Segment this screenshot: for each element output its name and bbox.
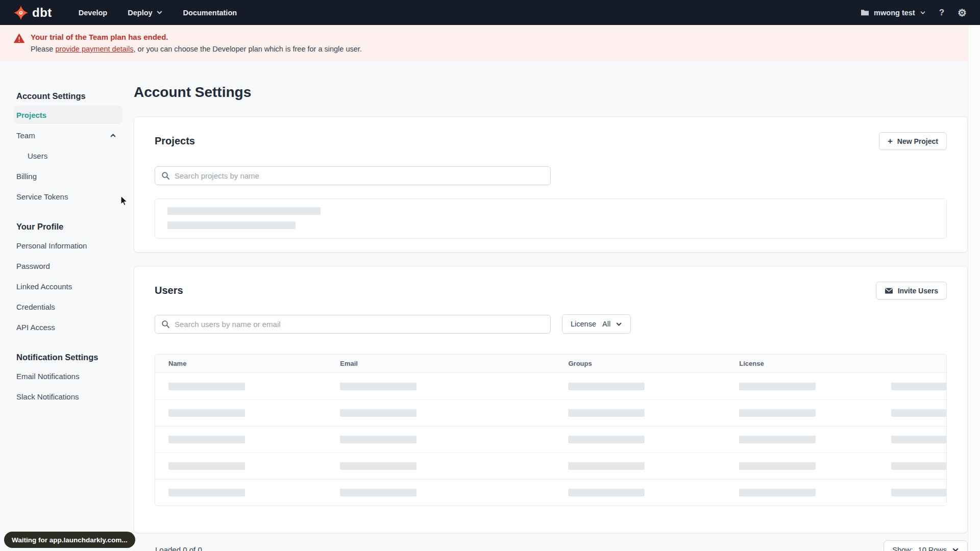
- table-cell: [155, 409, 334, 417]
- table-cell: [733, 462, 879, 470]
- table-cell: [334, 436, 562, 443]
- scrollbar-track[interactable]: [968, 25, 980, 551]
- table-cell: [562, 383, 733, 390]
- column-header-name: Name: [155, 360, 334, 367]
- sidebar-item-email-notifications[interactable]: Email Notifications: [14, 367, 122, 385]
- chevron-up-icon: [110, 132, 116, 139]
- users-table-header-row: NameEmailGroupsLicense: [155, 355, 946, 373]
- provide-payment-details-link[interactable]: provide payment details: [55, 45, 133, 53]
- show-rows-dropdown[interactable]: Show: 10 Rows: [884, 540, 968, 551]
- skeleton-bar: [891, 462, 946, 470]
- trial-banner-body: Please provide payment details, or you c…: [31, 45, 362, 53]
- sidebar-item-credentials[interactable]: Credentials: [14, 297, 122, 316]
- table-cell: [155, 383, 334, 390]
- dbt-logo-text: dbt: [32, 6, 52, 20]
- skeleton-bar: [340, 409, 416, 417]
- table-cell: [879, 409, 946, 417]
- sidebar-item-billing[interactable]: Billing: [14, 167, 122, 185]
- gear-icon[interactable]: ⚙: [958, 8, 967, 18]
- table-row: [155, 453, 946, 479]
- new-project-button[interactable]: + New Project: [879, 132, 947, 150]
- column-header-label: License: [739, 360, 764, 367]
- sidebar-section-account-settings: Account SettingsProjectsTeam UsersBillin…: [14, 88, 122, 206]
- sidebar-item-label: Team: [16, 131, 35, 140]
- table-cell: [879, 462, 946, 470]
- show-rows-value: 10 Rows: [918, 546, 947, 551]
- help-icon[interactable]: ?: [939, 8, 944, 17]
- skeleton-bar: [340, 462, 416, 470]
- column-header-license: License: [733, 360, 879, 367]
- skeleton-bar: [891, 436, 946, 443]
- new-project-label: New Project: [897, 137, 938, 145]
- table-cell: [334, 489, 562, 496]
- sidebar-item-service-tokens[interactable]: Service Tokens: [14, 187, 122, 206]
- nav-item-label: Develop: [79, 9, 107, 17]
- projects-heading: Projects: [155, 135, 195, 147]
- account-name: mwong test: [874, 9, 915, 17]
- chevron-down-icon: [156, 9, 163, 16]
- license-filter-dropdown[interactable]: License All: [562, 314, 631, 334]
- account-switcher[interactable]: mwong test: [861, 9, 926, 17]
- chevron-down-icon: [616, 321, 622, 328]
- projects-loading-skeleton: [155, 198, 947, 239]
- nav-item-label: Deploy: [128, 9, 152, 17]
- nav-item-develop[interactable]: Develop: [79, 9, 107, 17]
- sidebar-heading-your-profile: Your Profile: [14, 219, 122, 234]
- skeleton-bar: [568, 462, 645, 470]
- license-filter-label: License: [571, 320, 596, 328]
- chevron-down-icon: [952, 546, 959, 551]
- sidebar-item-label: Billing: [16, 172, 37, 181]
- column-header-label: Name: [168, 360, 186, 367]
- skeleton-bar: [167, 207, 321, 215]
- browser-status-bubble: Waiting for app.launchdarkly.com...: [4, 532, 135, 548]
- sidebar-item-team[interactable]: Team: [14, 126, 122, 144]
- user-search-input[interactable]: [155, 315, 551, 334]
- table-cell: [733, 383, 879, 390]
- sidebar-section-your-profile: Your ProfilePersonal InformationPassword…: [14, 219, 122, 336]
- sidebar-item-password[interactable]: Password: [14, 257, 122, 275]
- banner-text-suffix: , or you can choose the Developer plan w…: [134, 45, 362, 53]
- nav-item-deploy[interactable]: Deploy: [128, 9, 162, 17]
- table-cell: [562, 489, 733, 496]
- skeleton-bar: [168, 383, 245, 390]
- table-cell: [562, 462, 733, 470]
- nav-item-label: Documentation: [183, 9, 237, 17]
- sidebar-item-projects[interactable]: Projects: [14, 106, 122, 124]
- skeleton-bar: [340, 383, 416, 390]
- users-table: NameEmailGroupsLicense: [155, 354, 947, 506]
- skeleton-bar: [739, 489, 816, 496]
- sidebar-item-users[interactable]: Users: [14, 146, 122, 165]
- dbt-logo-icon: [13, 5, 29, 20]
- column-header-label: Groups: [568, 360, 592, 367]
- project-search-input[interactable]: [155, 166, 551, 185]
- table-row: [155, 399, 946, 426]
- page-title: Account Settings: [134, 84, 968, 101]
- skeleton-bar: [739, 462, 816, 470]
- skeleton-bar: [891, 489, 946, 496]
- table-cell: [155, 489, 334, 496]
- table-row: [155, 373, 946, 399]
- main-content: Account Settings Projects + New Project: [134, 62, 968, 551]
- trial-banner: Your trial of the Team plan has ended. P…: [0, 25, 968, 62]
- dbt-logo[interactable]: dbt: [13, 5, 52, 20]
- sidebar-section-notification-settings: Notification SettingsEmail Notifications…: [14, 349, 122, 406]
- license-filter-value: All: [602, 320, 610, 328]
- nav-item-documentation[interactable]: Documentation: [183, 9, 237, 17]
- sidebar-item-slack-notifications[interactable]: Slack Notifications: [14, 387, 122, 406]
- sidebar-item-label: Users: [28, 152, 47, 160]
- invite-users-label: Invite Users: [898, 287, 938, 295]
- sidebar-item-personal-information[interactable]: Personal Information: [14, 236, 122, 255]
- table-cell: [155, 462, 334, 470]
- column-header-label: Email: [340, 360, 358, 367]
- warning-icon: [14, 34, 24, 43]
- envelope-icon: [885, 287, 893, 294]
- skeleton-bar: [168, 489, 245, 496]
- sidebar-item-linked-accounts[interactable]: Linked Accounts: [14, 277, 122, 295]
- sidebar-item-api-access[interactable]: API Access: [14, 318, 122, 336]
- table-cell: [562, 436, 733, 443]
- skeleton-bar: [340, 489, 416, 496]
- users-heading: Users: [155, 285, 183, 296]
- invite-users-button[interactable]: Invite Users: [876, 282, 947, 299]
- skeleton-bar: [168, 409, 245, 417]
- sidebar-heading-account-settings: Account Settings: [14, 88, 122, 104]
